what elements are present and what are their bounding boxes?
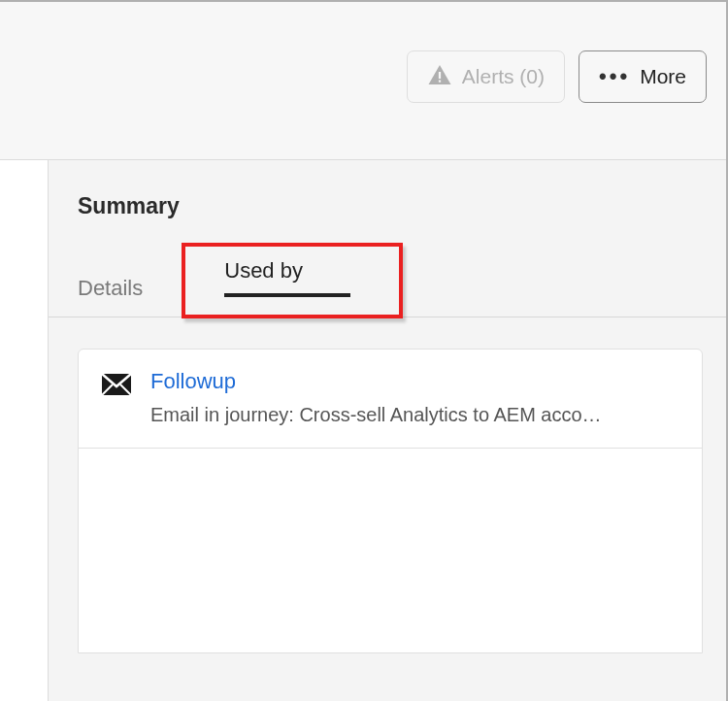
- tab-used-by[interactable]: Used by: [224, 258, 350, 284]
- tab-active-underline: [224, 293, 350, 297]
- svg-rect-1: [439, 80, 441, 82]
- ellipsis-icon: •••: [599, 66, 630, 87]
- left-strip: [0, 160, 49, 701]
- list-item[interactable]: Followup Email in journey: Cross-sell An…: [79, 350, 702, 449]
- alerts-button[interactable]: Alerts (0): [407, 50, 565, 103]
- more-label: More: [640, 65, 686, 88]
- list-item-text: Followup Email in journey: Cross-sell An…: [150, 369, 678, 426]
- envelope-icon: [102, 374, 131, 399]
- top-toolbar: Alerts (0) ••• More: [0, 2, 726, 160]
- panel-title: Summary: [78, 193, 703, 219]
- svg-rect-0: [439, 72, 441, 79]
- tab-usedby-highlight: Used by: [182, 243, 403, 318]
- item-description: Email in journey: Cross-sell Analytics t…: [150, 404, 678, 426]
- item-title-link[interactable]: Followup: [150, 369, 678, 394]
- used-by-list: Followup Email in journey: Cross-sell An…: [78, 349, 703, 653]
- alert-triangle-icon: [427, 63, 452, 91]
- empty-area: [79, 449, 702, 652]
- more-button[interactable]: ••• More: [579, 50, 707, 103]
- window-frame: Alerts (0) ••• More Summary Details Used…: [0, 0, 728, 701]
- summary-panel: Summary Details Used by: [49, 160, 726, 701]
- tabs-row: Details Used by: [78, 243, 703, 318]
- content-area: Summary Details Used by: [0, 160, 726, 701]
- tab-details[interactable]: Details: [78, 262, 143, 318]
- alerts-label: Alerts (0): [462, 65, 545, 88]
